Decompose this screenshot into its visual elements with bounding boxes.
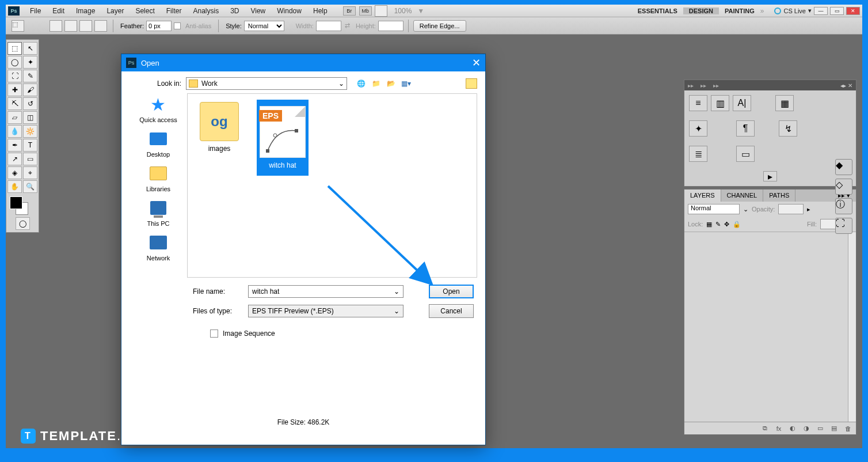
path-tool[interactable]: ↗ xyxy=(7,153,22,165)
dialog-titlebar[interactable]: Ps Open ✕ xyxy=(121,54,485,71)
healing-tool[interactable]: ✚ xyxy=(7,84,22,96)
delete-layer-icon[interactable]: 🗑 xyxy=(843,425,852,433)
camera-tool[interactable]: ⌖ xyxy=(23,166,37,179)
menu-view[interactable]: View xyxy=(245,7,271,15)
menu-layer[interactable]: Layer xyxy=(101,7,130,15)
dialog-close-button[interactable]: ✕ xyxy=(472,56,481,69)
3d-tool[interactable]: ◈ xyxy=(7,166,22,179)
opacity-input[interactable] xyxy=(778,204,804,214)
antialias-checkbox[interactable] xyxy=(174,22,181,29)
maximize-button[interactable]: ▭ xyxy=(830,7,844,15)
scrollbar[interactable] xyxy=(848,232,856,422)
close-window-button[interactable]: ✕ xyxy=(846,7,860,15)
collapse-icon[interactable]: ▸ xyxy=(763,171,777,181)
lock-all-icon[interactable]: 🔒 xyxy=(733,221,741,228)
cancel-button[interactable]: Cancel xyxy=(429,304,474,318)
workspace-design[interactable]: DESIGN xyxy=(683,7,719,14)
layer-style-icon[interactable]: fx xyxy=(774,425,783,433)
workspace-painting[interactable]: PAINTING xyxy=(719,7,760,14)
eraser-tool[interactable]: ▱ xyxy=(7,111,22,124)
place-thispc[interactable]: This PC xyxy=(147,198,169,227)
color-swatches[interactable] xyxy=(7,196,37,216)
lasso-tool[interactable]: ◯ xyxy=(7,56,22,69)
collapsed-crop-icon[interactable]: ⛶ xyxy=(835,218,852,234)
layers-list[interactable] xyxy=(684,232,856,422)
subtract-selection-button[interactable] xyxy=(79,20,92,32)
place-network[interactable]: Network xyxy=(147,233,170,262)
tab-paths[interactable]: PATHS xyxy=(763,190,795,202)
zoom-tool[interactable]: 🔍 xyxy=(23,180,37,193)
adjustments-icon[interactable]: ≡ xyxy=(689,95,707,111)
adjustment-layer-icon[interactable]: ◑ xyxy=(802,425,811,433)
menu-filter[interactable]: Filter xyxy=(161,7,188,15)
shape-tool[interactable]: ▭ xyxy=(23,153,37,165)
lock-pixels-icon[interactable]: ✎ xyxy=(715,221,721,228)
navigator-icon[interactable]: ▭ xyxy=(736,146,755,162)
dodge-tool[interactable]: 🔆 xyxy=(23,125,37,138)
menu-analysis[interactable]: Analysis xyxy=(187,7,224,15)
add-selection-button[interactable] xyxy=(64,20,77,32)
new-layer-icon[interactable]: ▤ xyxy=(829,425,839,433)
crop-tool[interactable]: ⛶ xyxy=(7,70,22,82)
file-item-witchhat[interactable]: EPS witch hat xyxy=(257,100,309,176)
masks-icon[interactable]: ▥ xyxy=(711,95,729,111)
file-item-images[interactable]: og images xyxy=(193,100,245,155)
history-brush-tool[interactable]: ↺ xyxy=(23,97,37,110)
layers-icon[interactable]: ≣ xyxy=(689,146,707,162)
blur-tool[interactable]: 💧 xyxy=(7,125,22,138)
zoom-level[interactable]: 100% xyxy=(394,7,412,15)
quick-mask-button[interactable]: ◯ xyxy=(16,217,30,230)
feather-input[interactable] xyxy=(146,21,172,31)
brush-tool[interactable]: 🖌 xyxy=(23,84,37,96)
new-selection-button[interactable] xyxy=(50,20,62,32)
collapsed-layers-icon[interactable]: ◆ xyxy=(835,159,852,175)
stamp-tool[interactable]: ⛏ xyxy=(7,97,22,110)
pin-icon[interactable] xyxy=(466,78,477,89)
lock-position-icon[interactable]: ✥ xyxy=(724,221,729,228)
menu-3d[interactable]: 3D xyxy=(224,7,245,15)
view-extras-button[interactable] xyxy=(375,5,387,17)
menu-file[interactable]: File xyxy=(24,7,47,15)
tab-channels[interactable]: CHANNEL xyxy=(721,190,764,202)
marquee-tool[interactable]: ⬚ xyxy=(7,42,22,55)
menu-edit[interactable]: Edit xyxy=(47,7,70,15)
minibridge-button[interactable]: Mb xyxy=(359,6,372,16)
brush-presets-icon[interactable]: ↯ xyxy=(779,120,797,137)
back-icon[interactable]: 🌐 xyxy=(355,78,367,89)
file-list[interactable]: og images EPS xyxy=(187,93,477,278)
layer-mask-icon[interactable]: ◐ xyxy=(788,425,797,433)
up-folder-icon[interactable]: 📁 xyxy=(370,78,382,89)
eyedropper-tool[interactable]: ✎ xyxy=(23,70,37,82)
intersect-selection-button[interactable] xyxy=(94,20,107,32)
menu-select[interactable]: Select xyxy=(130,7,160,15)
place-libraries[interactable]: Libraries xyxy=(146,164,170,192)
move-tool[interactable]: ↖ xyxy=(23,42,37,55)
cslive-button[interactable]: CS Live ▾ xyxy=(774,7,812,14)
collapsed-3d-icon[interactable]: ◇ xyxy=(835,179,852,195)
tab-layers[interactable]: LAYERS xyxy=(684,190,721,202)
paragraph-icon[interactable]: ¶ xyxy=(736,120,755,137)
tool-preset-button[interactable]: ⬚ xyxy=(12,20,24,32)
link-layers-icon[interactable]: ⧉ xyxy=(760,425,770,433)
gradient-tool[interactable]: ◫ xyxy=(23,111,37,124)
new-folder-icon[interactable]: 📂 xyxy=(385,78,397,89)
image-sequence-checkbox[interactable] xyxy=(210,330,218,338)
character-icon[interactable]: A| xyxy=(733,95,751,111)
filename-input[interactable]: witch hat ⌄ xyxy=(248,285,403,298)
panel-header[interactable]: ▸▸▸▸▸▸◂▸ ✕ xyxy=(684,80,856,90)
type-tool[interactable]: T xyxy=(23,139,37,152)
magic-wand-tool[interactable]: ✦ xyxy=(23,56,37,69)
lookin-select[interactable]: Work ⌄ xyxy=(186,77,347,90)
collapsed-info-icon[interactable]: ⓘ xyxy=(835,198,852,214)
styles-icon[interactable]: ✦ xyxy=(689,120,707,137)
swatches-icon[interactable]: ▦ xyxy=(775,95,794,111)
views-icon[interactable]: ▦▾ xyxy=(400,78,412,89)
bridge-button[interactable]: Br xyxy=(343,6,356,16)
group-icon[interactable]: ▭ xyxy=(816,425,825,433)
pen-tool[interactable]: ✒ xyxy=(7,139,22,152)
style-select[interactable]: Normal xyxy=(244,21,284,31)
menu-window[interactable]: Window xyxy=(271,7,307,15)
hand-tool[interactable]: ✋ xyxy=(7,180,22,193)
workspace-essentials[interactable]: ESSENTIALS xyxy=(632,7,683,14)
place-quickaccess[interactable]: ★ Quick access xyxy=(139,94,177,123)
